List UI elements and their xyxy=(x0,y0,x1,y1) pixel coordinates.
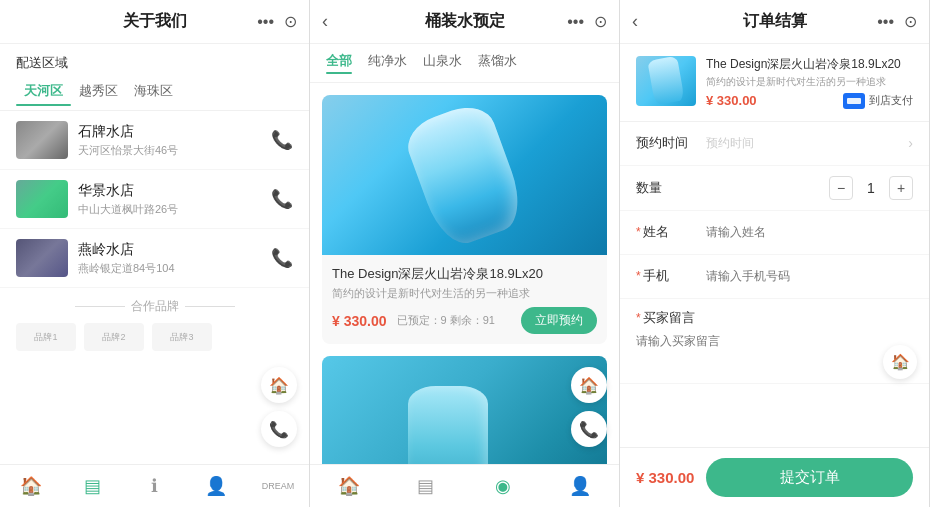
store-phone-icon[interactable]: 📞 xyxy=(271,129,293,151)
more-icon[interactable]: ••• xyxy=(257,13,274,31)
float-home-button[interactable]: 🏠 xyxy=(261,367,297,403)
info-icon: ℹ xyxy=(151,475,158,497)
district-tab-tianhe[interactable]: 天河区 xyxy=(16,78,71,104)
float-home-button[interactable]: 🏠 xyxy=(883,345,917,379)
appoint-row: 预约时间 预约时间 › xyxy=(620,122,929,166)
book-button[interactable]: 立即预约 xyxy=(521,307,597,334)
tab-purified[interactable]: 纯净水 xyxy=(368,52,407,74)
float-phone-button[interactable]: 📞 xyxy=(261,411,297,447)
bottom-nav-panel1: 🏠 ▤ ℹ 👤 DREAM xyxy=(0,464,309,507)
district-tab-yuexiu[interactable]: 越秀区 xyxy=(71,78,126,104)
nav-item-circle[interactable]: ◉ xyxy=(465,471,542,501)
submit-order-button[interactable]: 提交订单 xyxy=(706,458,913,497)
required-star: * xyxy=(636,225,641,239)
store-phone-icon[interactable]: 📞 xyxy=(271,188,293,210)
name-row: *姓名 xyxy=(620,211,929,255)
tab-all[interactable]: 全部 xyxy=(326,52,352,74)
panel3-header-icons: ••• ⊙ xyxy=(877,12,917,31)
product-image xyxy=(322,356,607,464)
store-item: 燕岭水店 燕岭银定道84号104 📞 xyxy=(0,229,309,288)
panel2-header-icons: ••• ⊙ xyxy=(567,12,607,31)
nav-item-list[interactable]: ▤ xyxy=(387,471,464,501)
back-button[interactable]: ‹ xyxy=(632,11,638,32)
product-card: The Design深层火山岩冷泉18.9Lx20 简约的设计是新时代对生活的另… xyxy=(322,95,607,344)
dream-label: DREAM xyxy=(262,481,295,491)
required-star: * xyxy=(636,311,641,325)
home-icon: 🏠 xyxy=(338,475,360,497)
float-phone-button[interactable]: 📞 xyxy=(571,411,607,447)
name-input[interactable] xyxy=(706,225,913,239)
panel1-title: 关于我们 xyxy=(123,11,187,32)
nav-item-home[interactable]: 🏠 xyxy=(0,471,62,501)
note-input[interactable] xyxy=(636,333,913,369)
store-thumb xyxy=(16,180,68,218)
target-icon[interactable]: ⊙ xyxy=(904,12,917,31)
home-icon: 🏠 xyxy=(20,475,42,497)
pay-card-inner xyxy=(847,98,861,104)
product-name: The Design深层火山岩冷泉18.9Lx20 xyxy=(332,265,597,283)
circle-icon: ◉ xyxy=(495,475,511,497)
target-icon[interactable]: ⊙ xyxy=(594,12,607,31)
district-tab-haizhu[interactable]: 海珠区 xyxy=(126,78,181,104)
product-bottom: ¥ 330.00 已预定：9 剩余：91 立即预约 xyxy=(332,307,597,334)
order-product-desc: 简约的设计是新时代对生活的另一种追求 xyxy=(706,75,913,89)
nav-item-user[interactable]: 👤 xyxy=(185,471,247,501)
nav-item-dream[interactable]: DREAM xyxy=(247,471,309,501)
qty-increase-button[interactable]: + xyxy=(889,176,913,200)
order-price-row: ¥ 330.00 到店支付 xyxy=(706,93,913,109)
store-item: 华景水店 中山大道枫叶路26号 📞 xyxy=(0,170,309,229)
nav-item-info[interactable]: ℹ xyxy=(124,471,186,501)
order-footer: ¥ 330.00 提交订单 xyxy=(620,447,929,507)
phone-row: *手机 xyxy=(620,255,929,299)
product-stats: 已预定：9 剩余：91 xyxy=(397,313,495,328)
list-icon: ▤ xyxy=(84,475,101,497)
bottom-nav-panel2: 🏠 ▤ ◉ 👤 xyxy=(310,464,619,507)
note-label: *买家留言 xyxy=(636,309,913,327)
district-tabs: 天河区 越秀区 海珠区 xyxy=(0,78,309,111)
phone-input[interactable] xyxy=(706,269,913,283)
back-button[interactable]: ‹ xyxy=(322,11,328,32)
store-info: 石牌水店 天河区怡景大街46号 xyxy=(78,123,261,158)
panel1-header-icons: ••• ⊙ xyxy=(257,12,297,31)
tab-spring[interactable]: 山泉水 xyxy=(423,52,462,74)
qty-label: 数量 xyxy=(636,179,706,197)
qty-value: 1 xyxy=(861,180,881,196)
product-tabs: 全部 纯净水 山泉水 蒸馏水 xyxy=(310,44,619,83)
note-row: *买家留言 🏠 xyxy=(620,299,929,384)
more-icon[interactable]: ••• xyxy=(567,13,584,31)
pay-method-label: 到店支付 xyxy=(869,93,913,108)
float-buttons: 🏠 📞 xyxy=(261,367,297,447)
brand-logo: 品牌1 xyxy=(16,323,76,351)
brand-logo: 品牌3 xyxy=(152,323,212,351)
spacer xyxy=(620,384,929,404)
nav-item-user[interactable]: 👤 xyxy=(542,471,619,501)
order-product-info: The Design深层火山岩冷泉18.9Lx20 简约的设计是新时代对生活的另… xyxy=(706,56,913,109)
float-home-button[interactable]: 🏠 xyxy=(571,367,607,403)
target-icon[interactable]: ⊙ xyxy=(284,12,297,31)
product-image xyxy=(322,95,607,255)
more-icon[interactable]: ••• xyxy=(877,13,894,31)
nav-item-home[interactable]: 🏠 xyxy=(310,471,387,501)
qty-decrease-button[interactable]: − xyxy=(829,176,853,200)
product-info: The Design深层火山岩冷泉18.9Lx20 简约的设计是新时代对生活的另… xyxy=(322,255,607,344)
appoint-label: 预约时间 xyxy=(636,134,706,152)
delivery-section-title: 配送区域 xyxy=(0,44,309,78)
nav-item-list[interactable]: ▤ xyxy=(62,471,124,501)
qty-control: − 1 + xyxy=(829,176,913,200)
panel3-title: 订单结算 xyxy=(743,11,807,32)
store-item: 石牌水店 天河区怡景大街46号 📞 xyxy=(0,111,309,170)
store-phone-icon[interactable]: 📞 xyxy=(271,247,293,269)
store-info: 燕岭水店 燕岭银定道84号104 xyxy=(78,241,261,276)
order-product-row: The Design深层火山岩冷泉18.9Lx20 简约的设计是新时代对生活的另… xyxy=(620,44,929,122)
tab-distilled[interactable]: 蒸馏水 xyxy=(478,52,517,74)
store-info: 华景水店 中山大道枫叶路26号 xyxy=(78,182,261,217)
user-icon: 👤 xyxy=(205,475,227,497)
store-name: 石牌水店 xyxy=(78,123,261,141)
panel2-title: 桶装水预定 xyxy=(425,11,505,32)
panel1-header: 关于我们 ••• ⊙ xyxy=(0,0,309,44)
product-card xyxy=(322,356,607,464)
appoint-value[interactable]: 预约时间 xyxy=(706,135,908,152)
brand-logo: 品牌2 xyxy=(84,323,144,351)
panel-water-order: ‹ 桶装水预定 ••• ⊙ 全部 纯净水 山泉水 蒸馏水 The Design深… xyxy=(310,0,620,507)
store-addr: 中山大道枫叶路26号 xyxy=(78,202,261,217)
